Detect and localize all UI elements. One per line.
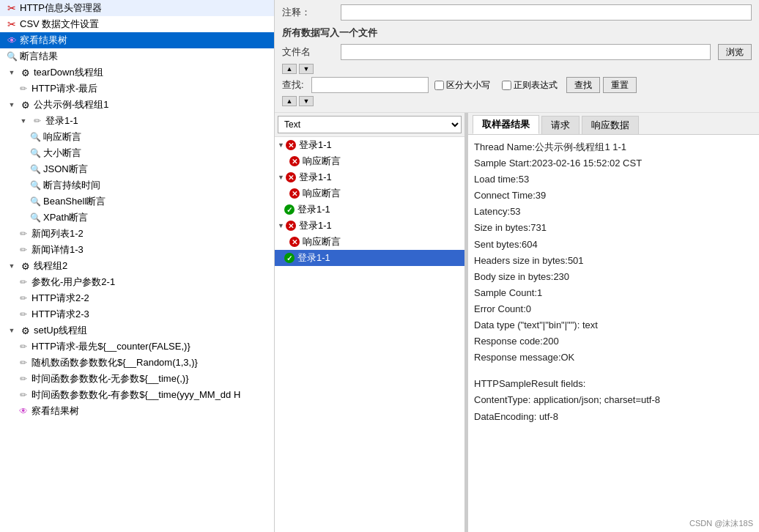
detail-sample-start: Sample Start:2023-02-16 15:52:02 CST <box>474 155 753 171</box>
status-error-r2-1: ✕ <box>289 188 300 199</box>
tree-item-http-header[interactable]: ✂ HTTP信息头管理器 <box>0 0 274 16</box>
search-input[interactable] <box>311 77 429 93</box>
tree-item-label: HTTP请求2-2 <box>32 292 89 305</box>
search-label: 查找: <box>282 78 311 92</box>
browse-button[interactable]: 浏览 <box>718 44 752 60</box>
dropdown-row: Text <box>275 113 464 137</box>
arrow-up-button-2[interactable]: ▲ <box>282 96 297 106</box>
tree-item-size-assert[interactable]: 🔍 大小断言 <box>0 145 274 161</box>
result-item-r3[interactable]: ▶ ✓ 登录1-1 <box>275 202 464 218</box>
result-label-r1-1: 响应断言 <box>303 155 341 168</box>
tree-item-http-23[interactable]: ✏ HTTP请求2-3 <box>0 306 274 322</box>
case-sensitive-label: 区分大小写 <box>446 79 490 92</box>
tree-item-label: 响应断言 <box>43 130 81 144</box>
expand-icon-r2: ▼ <box>278 174 284 181</box>
tree-item-label: 断言结果 <box>20 50 58 63</box>
tree-item-time-no-param[interactable]: ✏ 时间函数参数数化-无参数${__time(,)} <box>0 371 274 387</box>
tab-label-sampler: 取样器结果 <box>482 119 530 130</box>
tree-item-label: 时间函数参数数化-有参数${__time(yyy_MM_dd H <box>32 388 240 402</box>
gear-icon-teardown: ⚙ <box>20 67 32 78</box>
tree-item-duration-assert[interactable]: 🔍 断言持续时间 <box>0 177 274 193</box>
find-button[interactable]: 查找 <box>566 77 600 93</box>
gear-icon-2: ⚙ <box>20 260 32 272</box>
tree-item-teardown[interactable]: ▼ ⚙ tearDown线程组 <box>0 64 274 81</box>
main-content: Text ▼ ✕ 登录1-1 ✕ 响应断言 ▼ ✕ 登录1-1 <box>275 113 759 532</box>
tree-item-resp-assert[interactable]: 🔍 响应断言 <box>0 129 274 145</box>
arrow-up-button[interactable]: ▲ <box>282 64 297 74</box>
case-sensitive-checkbox[interactable] <box>434 81 444 90</box>
filename-row: 文件名 浏览 <box>282 44 752 60</box>
tab-sampler-result[interactable]: 取样器结果 <box>473 115 539 134</box>
tab-response-data[interactable]: 响应数据 <box>582 116 639 134</box>
tree-item-label: HTTP请求2-3 <box>32 308 89 321</box>
gear-icon-3: ⚙ <box>20 325 32 336</box>
pencil-icon-9: ✏ <box>18 373 29 385</box>
tree-item-time-with-param[interactable]: ✏ 时间函数参数数化-有参数${__time(yyy_MM_dd H <box>0 387 274 403</box>
regex-checkbox[interactable] <box>502 81 511 90</box>
case-sensitive-group: 区分大小写 <box>434 79 496 92</box>
filename-input[interactable] <box>341 44 711 60</box>
pencil-icon-7: ✏ <box>18 341 29 352</box>
gear-icon-public: ⚙ <box>20 99 32 111</box>
tree-item-http-counter[interactable]: ✏ HTTP请求-最先${__counter(FALSE,)} <box>0 339 274 355</box>
tree-item-user-param[interactable]: ✏ 参数化-用户参数2-1 <box>0 274 274 290</box>
arrow-down-button[interactable]: ▼ <box>299 64 314 74</box>
arrow-down-button-2[interactable]: ▼ <box>299 96 314 106</box>
pencil-icon-10: ✏ <box>18 389 29 401</box>
reset-button[interactable]: 重置 <box>603 77 637 93</box>
tree-item-xpath-assert[interactable]: 🔍 XPath断言 <box>0 210 274 226</box>
tree-item-news-list[interactable]: ✏ 新闻列表1-2 <box>0 226 274 242</box>
tree-item-assert-result[interactable]: 🔍 断言结果 <box>0 48 274 64</box>
triangle-down-icon-3: ▼ <box>18 115 29 127</box>
detail-error-count: Error Count:0 <box>474 301 753 317</box>
search-icon-3: 🔍 <box>29 163 41 175</box>
tree-item-login[interactable]: ▼ ✏ 登录1-1 <box>0 113 274 129</box>
detail-http-fields: HTTPSampleResult fields: <box>474 376 753 392</box>
triangle-down-icon-2: ▼ <box>6 99 18 111</box>
result-item-r4-1[interactable]: ✕ 响应断言 <box>275 234 464 250</box>
tree-item-thread2[interactable]: ▼ ⚙ 线程组2 <box>0 258 274 274</box>
annotation-label: 注释： <box>282 6 341 19</box>
result-item-r1[interactable]: ▼ ✕ 登录1-1 <box>275 137 464 153</box>
eye-icon: 👁 <box>6 34 18 46</box>
tree-item-json-assert[interactable]: 🔍 JSON断言 <box>0 161 274 177</box>
pencil-icon-6: ✏ <box>18 309 29 320</box>
tree-item-random[interactable]: ✏ 随机数函数参数数化${__Random(1,3,)} <box>0 355 274 371</box>
status-ok-r5: ✓ <box>284 253 295 263</box>
tree-item-http-22[interactable]: ✏ HTTP请求2-2 <box>0 290 274 306</box>
annotation-input[interactable] <box>341 4 752 21</box>
tree-item-news-detail[interactable]: ✏ 新闻详情1-3 <box>0 242 274 258</box>
search-icon-5: 🔍 <box>29 196 41 207</box>
tab-request[interactable]: 请求 <box>541 116 580 134</box>
tree-item-label: 大小断言 <box>43 147 81 160</box>
tree-item-setup[interactable]: ▼ ⚙ setUp线程组 <box>0 322 274 339</box>
detail-sample-count: Sample Count:1 <box>474 285 753 301</box>
text-dropdown[interactable]: Text <box>278 116 462 133</box>
triangle-down-icon-4: ▼ <box>6 260 18 272</box>
result-label-r2-1: 响应断言 <box>303 187 341 200</box>
tree-item-view-result2[interactable]: 👁 察看结果树 <box>0 403 274 419</box>
result-label-r5: 登录1-1 <box>297 251 330 265</box>
tree-item-csv[interactable]: ✂ CSV 数据文件设置 <box>0 16 274 32</box>
detail-body-size: Body size in bytes:230 <box>474 269 753 285</box>
status-error-r4-1: ✕ <box>289 237 300 247</box>
result-item-r2[interactable]: ▼ ✕ 登录1-1 <box>275 169 464 185</box>
status-error-r1-1: ✕ <box>289 156 300 166</box>
result-label-r2: 登录1-1 <box>299 171 332 184</box>
tree-result-panel: Text ▼ ✕ 登录1-1 ✕ 响应断言 ▼ ✕ 登录1-1 <box>275 113 465 532</box>
result-item-r2-1[interactable]: ✕ 响应断言 <box>275 185 464 202</box>
result-item-r4[interactable]: ▼ ✕ 登录1-1 <box>275 218 464 234</box>
tree-item-label: BeanShell断言 <box>43 195 105 208</box>
tree-item-label: 时间函数参数数化-无参数${__time(,)} <box>32 372 189 385</box>
tree-item-view-result[interactable]: 👁 察看结果树 <box>0 32 274 48</box>
tree-item-beanshell-assert[interactable]: 🔍 BeanShell断言 <box>0 193 274 210</box>
result-item-r5[interactable]: ▶ ✓ 登录1-1 <box>275 250 464 266</box>
form-section: 注释： 所有数据写入一个文件 文件名 浏览 ▲ ▼ 查找: 区分大小写 <box>275 0 759 113</box>
tree-item-http-last[interactable]: ✏ HTTP请求-最后 <box>0 81 274 97</box>
right-panel: 注释： 所有数据写入一个文件 文件名 浏览 ▲ ▼ 查找: 区分大小写 <box>275 0 759 532</box>
tabs-row: 取样器结果 请求 响应数据 <box>468 113 759 135</box>
detail-sent-bytes: Sent bytes:604 <box>474 237 753 253</box>
tree-item-public-group[interactable]: ▼ ⚙ 公共示例-线程组1 <box>0 97 274 113</box>
result-item-r1-1[interactable]: ✕ 响应断言 <box>275 153 464 169</box>
tree-item-label: 察看结果树 <box>32 404 79 418</box>
